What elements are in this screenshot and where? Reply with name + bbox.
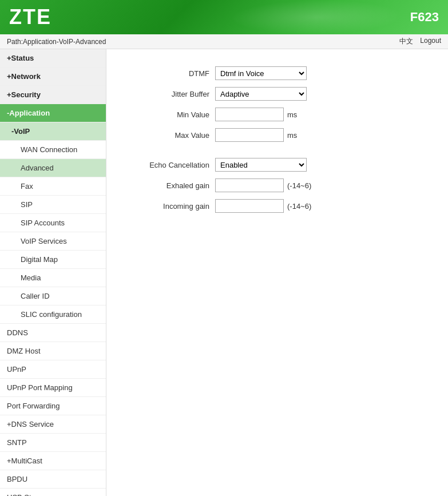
echo-cancellation-row: Echo Cancellation Enabled Disabled: [124, 158, 431, 172]
logout-button[interactable]: Logout: [420, 37, 441, 46]
min-value-row: Min Value 20 ms: [124, 108, 431, 121]
incoming-gain-row: Incoming gain 0 (-14~6): [124, 199, 431, 213]
sidebar-item-dns-service[interactable]: +DNS Service: [0, 415, 106, 434]
max-value-label: Max Value: [124, 131, 215, 140]
sidebar-item-advanced[interactable]: Advanced: [0, 159, 106, 177]
exhaled-gain-row: Exhaled gain 0 (-14~6): [124, 178, 431, 192]
sidebar-item-dmz-host[interactable]: DMZ Host: [0, 342, 106, 360]
sidebar-item-fax[interactable]: Fax: [0, 177, 106, 196]
sidebar-item-security[interactable]: +Security: [0, 86, 106, 104]
sidebar-item-sntp[interactable]: SNTP: [0, 434, 106, 452]
sidebar-item-voip[interactable]: -VoIP: [0, 122, 106, 141]
incoming-gain-input[interactable]: 0: [215, 199, 284, 213]
incoming-gain-hint: (-14~6): [287, 202, 311, 211]
sidebar-item-slic-configuration[interactable]: SLIC configuration: [0, 305, 106, 324]
dtmf-select[interactable]: Dtmf in Voice RFC2833 SIP Info: [215, 66, 307, 80]
echo-cancellation-label: Echo Cancellation: [124, 161, 215, 169]
min-unit: ms: [287, 110, 297, 119]
model-name: F623: [410, 10, 439, 25]
sidebar-item-upnp[interactable]: UPnP: [0, 360, 106, 379]
sidebar-item-network[interactable]: +Network: [0, 68, 106, 86]
sidebar-item-port-forwarding[interactable]: Port Forwarding: [0, 397, 106, 415]
main-layout: +Status +Network +Security -Application …: [0, 49, 448, 496]
sidebar-item-application[interactable]: -Application: [0, 104, 106, 122]
exhaled-gain-input[interactable]: 0: [215, 178, 284, 192]
jitter-buffer-row: Jitter Buffer Adaptive Fixed: [124, 87, 431, 101]
max-value-row: Max Value 200 ms: [124, 128, 431, 142]
max-value-input[interactable]: 200: [215, 128, 284, 142]
max-unit: ms: [287, 131, 297, 140]
sidebar-item-sip-accounts[interactable]: SIP Accounts: [0, 214, 106, 232]
sidebar-item-wan-connection[interactable]: WAN Connection: [0, 141, 106, 159]
sidebar-item-caller-id[interactable]: Caller ID: [0, 287, 106, 305]
form-table: DTMF Dtmf in Voice RFC2833 SIP Info Jitt…: [124, 66, 431, 213]
dtmf-row: DTMF Dtmf in Voice RFC2833 SIP Info: [124, 66, 431, 80]
sidebar-item-usb-storage[interactable]: USB Storage: [0, 489, 106, 496]
main-content: DTMF Dtmf in Voice RFC2833 SIP Info Jitt…: [106, 49, 448, 496]
incoming-gain-label: Incoming gain: [124, 202, 215, 211]
sidebar-item-ddns[interactable]: DDNS: [0, 324, 106, 342]
min-value-label: Min Value: [124, 110, 215, 119]
sidebar-item-upnp-port-mapping[interactable]: UPnP Port Mapping: [0, 379, 106, 397]
sidebar-item-sip[interactable]: SIP: [0, 196, 106, 214]
dtmf-label: DTMF: [124, 69, 215, 78]
header: ZTE F623: [0, 0, 448, 34]
sidebar-item-bpdu[interactable]: BPDU: [0, 470, 106, 489]
sidebar-item-voip-services[interactable]: VoIP Services: [0, 232, 106, 251]
sidebar: +Status +Network +Security -Application …: [0, 49, 106, 496]
breadcrumb: Path:Application-VoIP-Advanced: [7, 38, 106, 46]
exhaled-gain-hint: (-14~6): [287, 181, 311, 190]
topbar: Path:Application-VoIP-Advanced 中文 Logout: [0, 34, 448, 49]
sidebar-item-multicast[interactable]: +MultiCast: [0, 452, 106, 470]
jitter-buffer-select[interactable]: Adaptive Fixed: [215, 87, 307, 101]
language-switch[interactable]: 中文: [399, 37, 413, 46]
logo: ZTE: [9, 5, 51, 29]
echo-cancellation-select[interactable]: Enabled Disabled: [215, 158, 307, 172]
min-value-input[interactable]: 20: [215, 108, 284, 121]
sidebar-item-digital-map[interactable]: Digital Map: [0, 251, 106, 269]
sidebar-item-status[interactable]: +Status: [0, 49, 106, 68]
sidebar-item-media[interactable]: Media: [0, 269, 106, 287]
jitter-buffer-label: Jitter Buffer: [124, 90, 215, 98]
exhaled-gain-label: Exhaled gain: [124, 181, 215, 190]
